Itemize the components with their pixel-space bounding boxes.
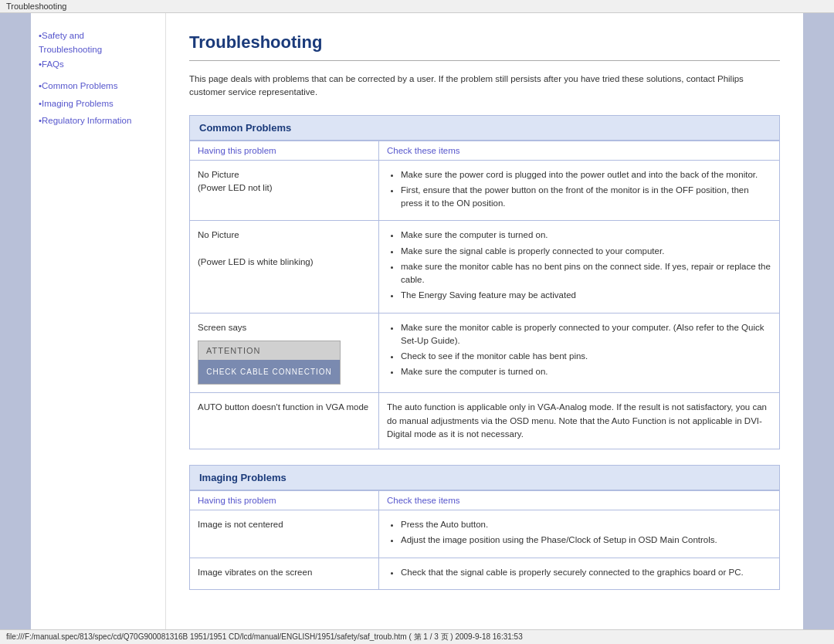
page-title: Troubleshooting: [189, 32, 780, 53]
attention-box: ATTENTION CHECK CABLE CONNECTION: [198, 341, 341, 385]
common-problems-section: Common Problems Having this problem Chec…: [189, 115, 780, 450]
title-divider: [189, 60, 780, 61]
sidebar-group-safety: •Safety andTroubleshooting •FAQs: [39, 29, 158, 71]
table-row: Image is not centered Press the Auto but…: [190, 510, 780, 558]
left-decorative-panel: [0, 13, 31, 631]
attention-header: ATTENTION: [198, 341, 340, 361]
common-problems-header: Common Problems: [189, 115, 780, 141]
problem-cell: AUTO button doesn't function in VGA mode: [190, 393, 379, 449]
problem-cell: Image is not centered: [190, 510, 379, 558]
problem-cell: Screen says ATTENTION CHECK CABLE CONNEC…: [190, 313, 379, 393]
sidebar: •Safety andTroubleshooting •FAQs •Common…: [31, 13, 166, 631]
col-header-problem: Having this problem: [190, 141, 379, 160]
table-row: AUTO button doesn't function in VGA mode…: [190, 393, 780, 449]
problem-cell: No Picture(Power LED not lit): [190, 160, 379, 221]
common-problems-table: Having this problem Check these items No…: [189, 141, 780, 450]
solution-cell: Press the Auto button. Adjust the image …: [379, 510, 780, 558]
problem-cell: No Picture (Power LED is white blinking): [190, 221, 379, 313]
content-area: Troubleshooting This page deals with pro…: [166, 13, 803, 631]
imaging-problems-section: Imaging Problems Having this problem Che…: [189, 465, 780, 590]
title-bar: Troubleshooting: [0, 0, 834, 13]
table-row: No Picture (Power LED is white blinking)…: [190, 221, 780, 313]
table-row: No Picture(Power LED not lit) Make sure …: [190, 160, 780, 221]
col-header-solutions: Check these items: [379, 141, 780, 160]
attention-body: CHECK CABLE CONNECTION: [198, 360, 340, 384]
sidebar-link-common[interactable]: •Common Problems: [39, 79, 158, 93]
sidebar-link-faqs[interactable]: •FAQs: [39, 57, 158, 71]
main-area: •Safety andTroubleshooting •FAQs •Common…: [31, 13, 803, 631]
table-row: Image vibrates on the screen Check that …: [190, 558, 780, 589]
solution-cell: Make sure the monitor cable is properly …: [379, 313, 780, 393]
right-decorative-panel: [803, 13, 834, 631]
col-header-solutions: Check these items: [379, 491, 780, 510]
title-bar-text: Troubleshooting: [6, 2, 66, 11]
intro-text: This page deals with problems that can b…: [189, 73, 780, 100]
sidebar-group-problems: •Common Problems •Imaging Problems •Regu…: [39, 79, 158, 127]
table-row: Screen says ATTENTION CHECK CABLE CONNEC…: [190, 313, 780, 393]
status-text: file:///F:/manual.spec/813/spec/cd/Q70G9…: [6, 632, 523, 641]
sidebar-link-imaging[interactable]: •Imaging Problems: [39, 97, 158, 110]
sidebar-link-safety[interactable]: •Safety andTroubleshooting: [39, 29, 158, 57]
solution-cell: The auto function is applicable only in …: [379, 393, 780, 449]
solution-cell: Check that the signal cable is properly …: [379, 558, 780, 589]
imaging-problems-table: Having this problem Check these items Im…: [189, 490, 780, 590]
solution-cell: Make sure the power cord is plugged into…: [379, 160, 780, 221]
imaging-problems-header: Imaging Problems: [189, 465, 780, 490]
sidebar-link-regulatory[interactable]: •Regulatory Information: [39, 114, 158, 127]
solution-cell: Make sure the computer is turned on. Mak…: [379, 221, 780, 313]
col-header-problem: Having this problem: [190, 491, 379, 510]
status-bar: file:///F:/manual.spec/813/spec/cd/Q70G9…: [0, 629, 834, 644]
problem-cell: Image vibrates on the screen: [190, 558, 379, 589]
